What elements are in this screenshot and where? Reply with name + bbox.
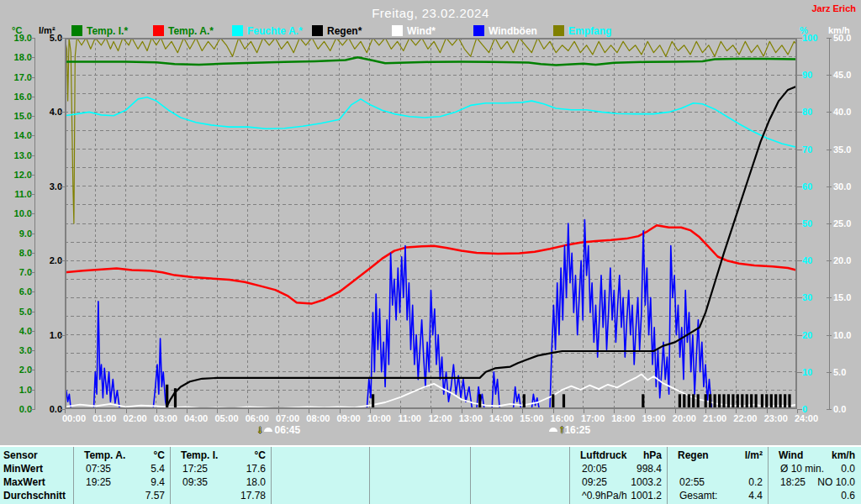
wind-axis-tick	[827, 223, 832, 224]
rain-event-bar	[552, 394, 554, 409]
humidity-axis-tick-label: 30	[802, 292, 812, 302]
table-cell-value: 5.4	[151, 463, 165, 475]
rain-event-bar	[705, 394, 707, 409]
legend-label: Regen*	[327, 25, 362, 37]
rain-event-bar	[709, 394, 711, 409]
time-axis-tick-label: 08:00	[306, 413, 330, 423]
time-axis-tick	[340, 409, 341, 413]
rain-event-bar	[750, 394, 753, 409]
table-cell-value: NO 10.0	[817, 476, 855, 488]
time-axis-tick-label: 15:00	[520, 413, 543, 423]
temp-axis-tick-label: 16.0	[0, 92, 32, 102]
humidity-axis-tick-label: 40	[802, 255, 812, 265]
sunrise-arrow-icon: ↓	[257, 423, 263, 435]
wind-axis-tick-label: 30.0	[833, 181, 851, 192]
time-axis-tick	[156, 409, 157, 413]
temp-axis-tick-label: 9.0	[0, 228, 32, 239]
sun-horizon-icon	[549, 428, 557, 432]
temp-axis-tick-label: 14.0	[0, 130, 32, 140]
rain-event-bar	[642, 394, 644, 409]
table-column-temp-a-: Temp. A.°C07:355.419:259.47.57	[74, 447, 171, 504]
legend-swatch-regen-	[312, 25, 323, 36]
temp-axis-tick-label: 17.0	[0, 72, 32, 82]
time-axis-tick	[187, 409, 188, 413]
time-axis-tick-label: 03:00	[154, 413, 177, 423]
table-cell-time: 09:25	[582, 476, 607, 488]
time-axis-tick	[126, 409, 127, 413]
table-cell-time: 20:05	[582, 463, 607, 475]
temp-axis-tick	[30, 272, 35, 273]
table-column-unit: l/m²	[745, 449, 763, 461]
time-axis-tick	[309, 409, 309, 413]
rain-event-bar	[737, 394, 739, 409]
table-cell-value: 1003.2	[631, 476, 662, 488]
humidity-axis-tick	[797, 372, 802, 373]
table-column-empty	[471, 447, 570, 504]
temp-axis-line	[34, 38, 35, 409]
wind-axis-tick-label: 20.0	[833, 255, 851, 265]
wind-axis-tick-label: 45.0	[833, 70, 851, 80]
legend-swatch-feuchte-a-	[232, 25, 243, 36]
temp-axis-tick-label: 0.0	[0, 404, 32, 414]
table-cell-time: Gesamt:	[679, 490, 717, 501]
temp-axis-tick-label: 19.0	[0, 33, 32, 43]
time-axis-tick-label: 00:00	[62, 413, 86, 423]
time-axis-tick-label: 14:00	[489, 413, 513, 423]
time-axis-tick	[675, 409, 676, 413]
legend-item: Temp. A.*	[153, 24, 233, 36]
temp-axis-tick	[30, 57, 35, 58]
time-axis-tick-label: 12:00	[428, 413, 452, 423]
legend-item: Temp. I.*	[71, 24, 151, 36]
time-axis-tick	[767, 409, 768, 413]
wind-axis-tick-label: 10.0	[833, 330, 851, 340]
humidity-axis-tick-label: 10	[802, 367, 812, 377]
table-column-unit: km/h	[832, 449, 855, 461]
legend-swatch-temp-a-	[153, 25, 164, 36]
time-axis-tick-label: 24:00	[795, 413, 818, 423]
rain-event-bar	[683, 394, 685, 409]
time-axis-tick	[614, 409, 615, 413]
time-axis-tick	[522, 409, 523, 413]
table-column-name: Temp. A.	[84, 449, 125, 461]
rain-event-bar	[732, 394, 734, 409]
time-axis-tick-label: 04:00	[184, 413, 208, 423]
temp-axis-tick-label: 4.0	[0, 326, 32, 336]
wind-axis-tick	[827, 112, 832, 113]
time-axis-tick	[705, 409, 706, 413]
page-title: Freitag, 23.02.2024	[0, 6, 861, 20]
time-axis-tick	[400, 409, 401, 413]
time-axis-tick-label: 19:00	[642, 413, 665, 423]
legend-swatch-wind-	[392, 25, 403, 36]
time-axis-tick-label: 01:00	[92, 413, 116, 423]
table-cell-value: 17.6	[246, 463, 266, 475]
temp-axis-tick	[30, 38, 35, 39]
time-axis-tick	[462, 409, 462, 413]
station-owner-name: Jarz Erich	[811, 3, 856, 13]
legend: Temp. I.*Temp. A.*Feuchte A.*Regen*Wind*…	[0, 24, 861, 37]
legend-label: Temp. A.*	[168, 25, 214, 37]
table-column-wind: Windkm/hØ 10 min.0.018:25NO 10.00.6	[769, 447, 860, 504]
table-cell-time: 07:35	[86, 463, 111, 475]
table-cell-time: 02:55	[679, 476, 705, 488]
humidity-axis-tick	[797, 335, 802, 336]
temp-axis-tick-label: 2.0	[0, 365, 32, 375]
sunrise-marker: ↓06:45	[257, 423, 300, 437]
table-column-unit: hPa	[643, 449, 662, 461]
wind-axis-tick	[827, 186, 832, 187]
time-axis-tick-label: 02:00	[124, 413, 147, 423]
rain-event-bar	[746, 394, 748, 409]
rain-event-bar	[718, 394, 721, 409]
table-cell-value: 998.4	[637, 463, 662, 475]
table-cell-value: 17.78	[240, 490, 266, 501]
table-cell-value: 1001.2	[631, 490, 662, 501]
table-cell-value: 7.57	[145, 490, 165, 501]
temp-axis-tick	[30, 194, 35, 195]
rain-event-bar	[714, 394, 716, 409]
temp-axis-tick-label: 18.0	[0, 52, 32, 62]
rain-event-bar	[722, 394, 725, 409]
rain-event-bar	[692, 394, 695, 409]
temp-axis-tick	[30, 253, 35, 254]
table-cell-value: 0.2	[748, 476, 763, 488]
table-row-label: Durchschnitt	[3, 490, 66, 501]
table-column-empty	[370, 447, 471, 504]
